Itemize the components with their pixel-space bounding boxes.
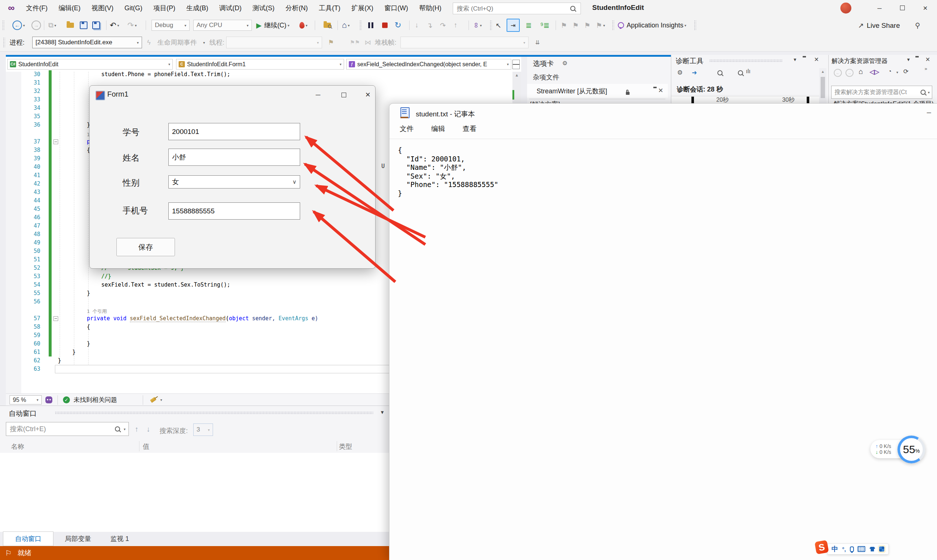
- menu-item[interactable]: 帮助(H): [414, 0, 447, 17]
- save-button[interactable]: [80, 22, 88, 29]
- scrollbar-thumb[interactable]: [821, 77, 825, 98]
- phone-input[interactable]: 15588885555: [168, 202, 300, 220]
- chevron-down-icon[interactable]: ▼: [380, 409, 385, 415]
- toggle-bookmark-icon[interactable]: ⚑: [561, 21, 567, 30]
- search-down-icon[interactable]: ↓: [146, 425, 150, 433]
- collapse-region-button[interactable]: [54, 316, 58, 321]
- notepad-menu-edit[interactable]: 编辑: [431, 124, 445, 134]
- keyboard-icon[interactable]: [858, 546, 865, 552]
- user-avatar[interactable]: [840, 3, 851, 14]
- gear-icon[interactable]: ⚙: [677, 69, 683, 77]
- sync-active-document-icon[interactable]: ◁▷: [870, 68, 879, 76]
- next-bookmark-icon[interactable]: ⚑: [584, 21, 590, 30]
- share-person-icon[interactable]: ⚲: [915, 21, 920, 30]
- close-panel-icon[interactable]: ✕: [814, 56, 819, 63]
- gear-icon[interactable]: ⚙: [562, 60, 567, 67]
- close-panel-icon[interactable]: ✕: [925, 56, 930, 63]
- form-minimize-button[interactable]: ─: [306, 86, 331, 104]
- navigate-forward-button[interactable]: →: [31, 20, 41, 30]
- menu-item[interactable]: 窗口(W): [379, 0, 414, 17]
- prev-bookmark-icon[interactable]: ⚑: [572, 21, 579, 30]
- ime-punctuation-icon[interactable]: °,: [842, 546, 846, 552]
- close-tab-icon[interactable]: ✕: [658, 87, 663, 94]
- menu-item[interactable]: 视图(V): [86, 0, 119, 17]
- scroll-up-icon[interactable]: ▲: [819, 69, 826, 74]
- solution-config-dropdown[interactable]: Debug▾: [152, 20, 189, 31]
- toolbar-grip[interactable]: [3, 37, 5, 48]
- menu-item[interactable]: 生成(B): [181, 0, 214, 17]
- stop-debugging-button[interactable]: [382, 23, 388, 28]
- save-button[interactable]: 保存: [116, 238, 175, 256]
- notepad-minimize-button[interactable]: ─: [921, 107, 937, 118]
- microphone-icon[interactable]: [850, 546, 854, 552]
- tab-locals[interactable]: 局部变量: [58, 531, 98, 546]
- clear-bookmarks-icon[interactable]: ⚑▾: [596, 21, 605, 30]
- show-next-statement-button[interactable]: ⇥: [506, 18, 520, 32]
- overflow-icon[interactable]: »: [925, 66, 927, 71]
- solution-group-label-clipped[interactable]: [解决方案]: [530, 100, 560, 103]
- home-icon[interactable]: ⌂: [859, 67, 863, 76]
- code-health-icon[interactable]: [45, 396, 52, 403]
- sex-select[interactable]: 女 ∨: [168, 175, 300, 189]
- form-close-button[interactable]: ✕: [355, 86, 380, 104]
- application-insights-button[interactable]: Application Insights▾: [627, 22, 686, 29]
- menu-item[interactable]: 工具(T): [313, 0, 346, 17]
- unindent-lines-icon[interactable]: ⁹≣: [540, 21, 549, 30]
- toolbar-grip[interactable]: [2, 20, 5, 31]
- column-header-name[interactable]: 名称: [11, 442, 24, 451]
- menu-item[interactable]: 扩展(X): [346, 0, 379, 17]
- export-icon[interactable]: ➜: [692, 69, 697, 77]
- zoom-dropdown[interactable]: 95 %▾: [9, 395, 42, 405]
- pending-filter-icon[interactable]: ◔: [888, 68, 892, 75]
- notepad-menu-file[interactable]: 文件: [400, 124, 414, 134]
- column-header-type[interactable]: 类型: [339, 442, 352, 451]
- process-dropdown[interactable]: [24388] StudentInfoEdit.exe▾: [32, 37, 142, 48]
- breadcrumb-method-dropdown[interactable]: ƒ sexField_SelectedIndexChanged(object s…: [346, 59, 511, 69]
- lifecycle-events-label[interactable]: 生命周期事件: [157, 38, 197, 47]
- breakpoint-margin[interactable]: [6, 72, 21, 394]
- feedback-flag-icon[interactable]: ⚐: [5, 549, 12, 557]
- solution-root-row-clipped[interactable]: 解决方案"StudentInfoEdit"(1 个项目): [834, 100, 934, 103]
- show-execution-pointer-icon[interactable]: ↖: [495, 21, 502, 30]
- close-button[interactable]: ✕: [914, 0, 937, 17]
- flag-icon[interactable]: ⚑: [328, 38, 334, 46]
- find-in-files-icon[interactable]: [323, 22, 332, 29]
- ime-chinese-mode[interactable]: 中: [832, 545, 838, 554]
- panel-scrollbar[interactable]: ▲: [819, 68, 826, 103]
- continue-button[interactable]: ▶继续(C)▾: [256, 21, 289, 30]
- break-all-button[interactable]: [368, 22, 373, 28]
- memory-usage-ball[interactable]: 55 %: [897, 435, 925, 463]
- tab-autos[interactable]: 自动窗口: [3, 531, 54, 546]
- chevron-down-icon[interactable]: ▾: [160, 398, 162, 402]
- misc-files-group-label[interactable]: 杂项文件: [533, 73, 559, 82]
- search-up-icon[interactable]: ↑: [135, 425, 138, 433]
- toolbar-overflow-icon[interactable]: ⇊: [535, 39, 540, 46]
- zoom-in-icon[interactable]: [717, 70, 723, 75]
- scroll-up-icon[interactable]: ▲: [512, 73, 521, 77]
- open-file-button[interactable]: [67, 23, 74, 28]
- stackframe-dropdown[interactable]: ▾: [400, 37, 529, 48]
- diagnostics-timeline[interactable]: 20秒 30秒: [671, 96, 819, 103]
- quick-search-box[interactable]: 搜索 (Ctrl+Q): [453, 3, 581, 14]
- split-editor-button[interactable]: [512, 60, 520, 69]
- chevron-down-icon[interactable]: ▼: [906, 57, 911, 62]
- breadcrumb-project-dropdown[interactable]: C# StudentInfoEdit▾: [7, 59, 173, 69]
- toolbox-icon[interactable]: [879, 546, 884, 552]
- autos-search-input[interactable]: 搜索(Ctrl+E) ▾: [6, 422, 129, 436]
- maximize-button[interactable]: [891, 0, 914, 17]
- step-over-button[interactable]: ↴: [427, 21, 432, 30]
- step-into-button[interactable]: ↓: [415, 21, 419, 29]
- collapse-region-button[interactable]: [54, 140, 58, 144]
- tab-watch1[interactable]: 监视 1: [103, 531, 136, 546]
- solution-search-input[interactable]: 搜索解决方案资源管理器(Ct ▾: [831, 86, 932, 99]
- menu-item[interactable]: 调试(D): [214, 0, 247, 17]
- chevron-down-icon[interactable]: ▼: [793, 57, 797, 62]
- code-cleanup-icon[interactable]: [150, 397, 156, 403]
- toolbar-grip[interactable]: [359, 20, 362, 31]
- flags-icon[interactable]: ⚑⚑: [350, 39, 360, 46]
- menu-item[interactable]: 文件(F): [20, 0, 53, 17]
- zoom-out-icon[interactable]: [738, 70, 743, 75]
- minimize-button[interactable]: ─: [868, 0, 891, 17]
- step-up-button[interactable]: ↑: [454, 21, 457, 29]
- chart-icon[interactable]: ılı: [746, 68, 750, 75]
